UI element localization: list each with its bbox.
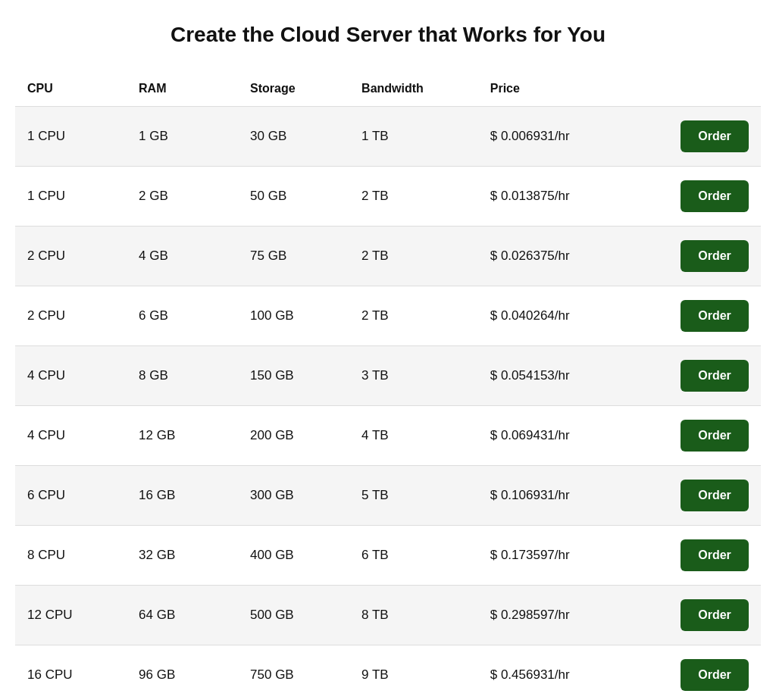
cell-bandwidth: 5 TB <box>349 466 478 526</box>
cell-ram: 16 GB <box>127 466 238 526</box>
header-price: Price <box>478 74 649 107</box>
cell-ram: 6 GB <box>127 286 238 346</box>
cell-storage: 50 GB <box>238 167 349 227</box>
table-row: 6 CPU16 GB300 GB5 TB$ 0.106931/hrOrder <box>15 466 761 526</box>
cell-bandwidth: 9 TB <box>349 645 478 701</box>
header-ram: RAM <box>127 74 238 107</box>
cell-storage: 300 GB <box>238 466 349 526</box>
table-row: 2 CPU6 GB100 GB2 TB$ 0.040264/hrOrder <box>15 286 761 346</box>
order-button[interactable]: Order <box>681 420 749 452</box>
cell-order: Order <box>649 227 761 286</box>
cell-cpu: 4 CPU <box>15 346 127 406</box>
cell-price: $ 0.298597/hr <box>478 586 649 645</box>
table-row: 16 CPU96 GB750 GB9 TB$ 0.456931/hrOrder <box>15 645 761 701</box>
cell-price: $ 0.054153/hr <box>478 346 649 406</box>
cell-order: Order <box>649 346 761 406</box>
cell-price: $ 0.456931/hr <box>478 645 649 701</box>
cell-price: $ 0.106931/hr <box>478 466 649 526</box>
cell-storage: 750 GB <box>238 645 349 701</box>
cell-storage: 500 GB <box>238 586 349 645</box>
order-button[interactable]: Order <box>681 599 749 631</box>
cell-order: Order <box>649 406 761 466</box>
cell-ram: 32 GB <box>127 526 238 586</box>
cell-ram: 12 GB <box>127 406 238 466</box>
cell-order: Order <box>649 167 761 227</box>
order-button[interactable]: Order <box>681 240 749 272</box>
cell-bandwidth: 6 TB <box>349 526 478 586</box>
cell-ram: 4 GB <box>127 227 238 286</box>
table-row: 4 CPU12 GB200 GB4 TB$ 0.069431/hrOrder <box>15 406 761 466</box>
cell-bandwidth: 2 TB <box>349 286 478 346</box>
cell-order: Order <box>649 466 761 526</box>
table-header-row: CPU RAM Storage Bandwidth Price <box>15 74 761 107</box>
table-row: 1 CPU1 GB30 GB1 TB$ 0.006931/hrOrder <box>15 107 761 167</box>
cell-cpu: 2 CPU <box>15 286 127 346</box>
order-button[interactable]: Order <box>681 539 749 571</box>
cell-bandwidth: 2 TB <box>349 167 478 227</box>
page-title: Create the Cloud Server that Works for Y… <box>15 23 761 47</box>
table-row: 2 CPU4 GB75 GB2 TB$ 0.026375/hrOrder <box>15 227 761 286</box>
cell-storage: 150 GB <box>238 346 349 406</box>
cell-storage: 30 GB <box>238 107 349 167</box>
cell-cpu: 6 CPU <box>15 466 127 526</box>
cell-bandwidth: 8 TB <box>349 586 478 645</box>
cell-price: $ 0.173597/hr <box>478 526 649 586</box>
cell-ram: 96 GB <box>127 645 238 701</box>
cell-price: $ 0.069431/hr <box>478 406 649 466</box>
cell-cpu: 16 CPU <box>15 645 127 701</box>
cell-storage: 75 GB <box>238 227 349 286</box>
header-bandwidth: Bandwidth <box>349 74 478 107</box>
server-table: CPU RAM Storage Bandwidth Price 1 CPU1 G… <box>15 74 761 700</box>
page-container: Create the Cloud Server that Works for Y… <box>15 23 761 700</box>
cell-order: Order <box>649 586 761 645</box>
cell-ram: 2 GB <box>127 167 238 227</box>
table-row: 1 CPU2 GB50 GB2 TB$ 0.013875/hrOrder <box>15 167 761 227</box>
header-action <box>649 74 761 107</box>
header-storage: Storage <box>238 74 349 107</box>
cell-bandwidth: 4 TB <box>349 406 478 466</box>
table-row: 4 CPU8 GB150 GB3 TB$ 0.054153/hrOrder <box>15 346 761 406</box>
order-button[interactable]: Order <box>681 120 749 152</box>
cell-storage: 400 GB <box>238 526 349 586</box>
cell-ram: 8 GB <box>127 346 238 406</box>
cell-cpu: 8 CPU <box>15 526 127 586</box>
cell-cpu: 2 CPU <box>15 227 127 286</box>
order-button[interactable]: Order <box>681 360 749 392</box>
order-button[interactable]: Order <box>681 300 749 332</box>
order-button[interactable]: Order <box>681 480 749 511</box>
cell-bandwidth: 1 TB <box>349 107 478 167</box>
cell-storage: 200 GB <box>238 406 349 466</box>
order-button[interactable]: Order <box>681 180 749 212</box>
table-row: 12 CPU64 GB500 GB8 TB$ 0.298597/hrOrder <box>15 586 761 645</box>
table-row: 8 CPU32 GB400 GB6 TB$ 0.173597/hrOrder <box>15 526 761 586</box>
order-button[interactable]: Order <box>681 659 749 691</box>
cell-order: Order <box>649 526 761 586</box>
cell-order: Order <box>649 286 761 346</box>
cell-bandwidth: 3 TB <box>349 346 478 406</box>
cell-cpu: 12 CPU <box>15 586 127 645</box>
cell-order: Order <box>649 645 761 701</box>
cell-cpu: 4 CPU <box>15 406 127 466</box>
cell-storage: 100 GB <box>238 286 349 346</box>
cell-cpu: 1 CPU <box>15 167 127 227</box>
cell-price: $ 0.013875/hr <box>478 167 649 227</box>
header-cpu: CPU <box>15 74 127 107</box>
cell-bandwidth: 2 TB <box>349 227 478 286</box>
cell-cpu: 1 CPU <box>15 107 127 167</box>
cell-price: $ 0.026375/hr <box>478 227 649 286</box>
cell-order: Order <box>649 107 761 167</box>
cell-ram: 1 GB <box>127 107 238 167</box>
cell-ram: 64 GB <box>127 586 238 645</box>
cell-price: $ 0.006931/hr <box>478 107 649 167</box>
cell-price: $ 0.040264/hr <box>478 286 649 346</box>
